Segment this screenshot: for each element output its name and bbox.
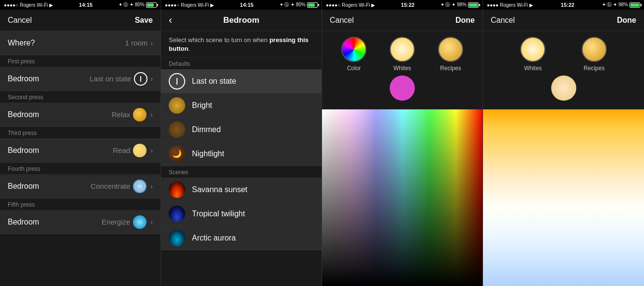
color-tab-whites[interactable]: Whites bbox=[390, 37, 415, 72]
first-press-value: Last on state bbox=[89, 75, 131, 83]
scene-dimmed[interactable]: Dimmed bbox=[161, 118, 322, 142]
first-press-label: Bedroom bbox=[8, 75, 89, 83]
whites-tab-swatch bbox=[520, 37, 545, 62]
whites-tab-recipes[interactable]: Recipes bbox=[582, 37, 607, 72]
whites-tabs: Whites Recipes bbox=[483, 31, 644, 75]
whites-preview-area bbox=[483, 75, 644, 109]
second-press-row[interactable]: Bedroom Relax › bbox=[0, 103, 161, 127]
arctic-icon bbox=[169, 230, 185, 246]
fifth-press-chevron-icon: › bbox=[150, 218, 153, 226]
status-bar-2: ●●●●○ Rogers Wi-Fi ▶ 14:15 ✦ ⓑ ✦ 80% bbox=[161, 0, 322, 10]
indicators-3: ✦ ⓑ ✦ 98% bbox=[440, 1, 479, 8]
nightlight-icon: 🌙 bbox=[169, 146, 185, 162]
bedroom-subtitle: Select which scene to turn on when press… bbox=[161, 31, 322, 58]
panel-whites-picker: ●●●● Rogers Wi-Fi ▶ 15:22 ✦ ⓑ ✦ 98% Canc… bbox=[483, 0, 644, 286]
section-fourth-press: Fourth press bbox=[0, 163, 161, 174]
whites-picker-done-button[interactable]: Done bbox=[617, 16, 636, 25]
whites-picker-cancel-button[interactable]: Cancel bbox=[491, 16, 515, 25]
scene-bright[interactable]: Bright bbox=[161, 93, 322, 118]
scene-nightlight[interactable]: 🌙 Nightlight bbox=[161, 142, 322, 166]
indicators-1: ✦ ⓑ ✦ 80% bbox=[118, 1, 157, 8]
second-press-chevron-icon: › bbox=[150, 111, 153, 119]
recipes-swatch bbox=[438, 37, 463, 62]
bright-icon bbox=[169, 97, 185, 114]
last-on-state-label: Last on state bbox=[192, 77, 236, 86]
savanna-label: Savanna sunset bbox=[192, 185, 248, 194]
nav-bar-1: Cancel Save bbox=[0, 10, 161, 31]
read-icon bbox=[133, 144, 146, 157]
fourth-press-label: Bedroom bbox=[8, 182, 91, 191]
color-swatch bbox=[341, 37, 366, 62]
color-preview-area bbox=[322, 75, 483, 109]
scene-arctic[interactable]: Arctic aurora bbox=[161, 226, 322, 250]
fourth-press-chevron-icon: › bbox=[150, 182, 153, 190]
fifth-press-value: Energize bbox=[102, 218, 130, 226]
panel-settings: ●●●●○ Rogers Wi-Fi ▶ 14:15 ✦ ⓑ ✦ 80% Can… bbox=[0, 0, 161, 286]
status-bar-4: ●●●● Rogers Wi-Fi ▶ 15:22 ✦ ⓑ ✦ 98% bbox=[483, 0, 644, 10]
carrier-1: ●●●●○ Rogers Wi-Fi ▶ bbox=[4, 2, 53, 8]
cancel-button[interactable]: Cancel bbox=[8, 16, 32, 25]
scene-tropical[interactable]: Tropical twilight bbox=[161, 202, 322, 226]
fourth-press-row[interactable]: Bedroom Concentrate › bbox=[0, 174, 161, 198]
bedroom-nav: ‹ Bedroom bbox=[161, 10, 322, 31]
first-press-icon bbox=[134, 72, 147, 86]
whites-tab-label: Whites bbox=[394, 65, 411, 72]
status-bar-1: ●●●●○ Rogers Wi-Fi ▶ 14:15 ✦ ⓑ ✦ 80% bbox=[0, 0, 161, 10]
indicators-2: ✦ ⓑ ✦ 80% bbox=[279, 1, 318, 8]
color-picker-done-button[interactable]: Done bbox=[455, 16, 475, 25]
third-press-label: Bedroom bbox=[8, 146, 113, 155]
color-tab-color[interactable]: Color bbox=[341, 37, 366, 72]
selected-color-preview bbox=[390, 75, 415, 101]
section-third-press: Third press bbox=[0, 127, 161, 138]
third-press-chevron-icon: › bbox=[150, 147, 153, 154]
panel-bedroom: ●●●●○ Rogers Wi-Fi ▶ 14:15 ✦ ⓑ ✦ 80% ‹ B… bbox=[161, 0, 322, 286]
indicators-4: ✦ ⓑ ✦ 98% bbox=[602, 1, 640, 8]
dimmed-label: Dimmed bbox=[192, 125, 221, 134]
arctic-label: Arctic aurora bbox=[192, 234, 236, 242]
last-on-state-icon bbox=[169, 73, 185, 90]
whites-tab-label: Whites bbox=[524, 65, 542, 72]
where-row[interactable]: Where? 1 room › bbox=[0, 31, 161, 55]
color-tab-label: Color bbox=[347, 65, 361, 72]
status-bar-3: ●●●●○ Rogers Wi-Fi ▶ 15:22 ✦ ⓑ ✦ 98% bbox=[322, 0, 483, 10]
color-tab-recipes[interactable]: Recipes bbox=[438, 37, 463, 72]
first-press-row[interactable]: Bedroom Last on state › bbox=[0, 67, 161, 91]
nightlight-label: Nightlight bbox=[192, 150, 224, 158]
color-picker-cancel-button[interactable]: Cancel bbox=[330, 16, 354, 25]
tropical-icon bbox=[169, 206, 185, 222]
back-button[interactable]: ‹ bbox=[169, 14, 172, 27]
section-second-press: Second press bbox=[0, 91, 161, 103]
scene-last-on-state[interactable]: Last on state bbox=[161, 69, 322, 93]
defaults-header: Defaults bbox=[161, 58, 322, 69]
whites-recipes-label: Recipes bbox=[584, 65, 604, 72]
recipes-tab-label: Recipes bbox=[440, 65, 461, 72]
selected-white-preview bbox=[551, 75, 576, 101]
fifth-press-label: Bedroom bbox=[8, 218, 102, 226]
bright-label: Bright bbox=[192, 101, 212, 110]
color-gradient-area[interactable] bbox=[322, 109, 483, 286]
scene-savanna[interactable]: Savanna sunset bbox=[161, 178, 322, 202]
second-press-label: Bedroom bbox=[8, 110, 112, 119]
settings-list: Where? 1 room › First press Bedroom Last… bbox=[0, 31, 161, 286]
section-fifth-press: Fifth press bbox=[0, 198, 161, 210]
concentrate-icon bbox=[133, 180, 146, 193]
third-press-row[interactable]: Bedroom Read › bbox=[0, 138, 161, 163]
second-press-value: Relax bbox=[112, 110, 130, 119]
where-label: Where? bbox=[8, 39, 125, 47]
picker-nav-3: Cancel Done bbox=[322, 10, 483, 31]
whites-tab-whites[interactable]: Whites bbox=[520, 37, 545, 72]
bedroom-title: Bedroom bbox=[223, 15, 260, 25]
relax-icon bbox=[133, 108, 146, 121]
carrier-3: ●●●●○ Rogers Wi-Fi ▶ bbox=[326, 2, 375, 8]
where-value: 1 room bbox=[125, 39, 148, 47]
scene-list: Defaults Last on state Bright Dimmed 🌙 N… bbox=[161, 58, 322, 286]
third-press-value: Read bbox=[113, 146, 130, 154]
time-2: 14:15 bbox=[240, 2, 253, 8]
dimmed-icon bbox=[169, 121, 185, 138]
time-1: 14:15 bbox=[79, 2, 92, 8]
whites-swatch bbox=[390, 37, 415, 62]
picker-nav-4: Cancel Done bbox=[483, 10, 644, 31]
fifth-press-row[interactable]: Bedroom Energize › bbox=[0, 210, 161, 234]
save-button[interactable]: Save bbox=[135, 16, 153, 25]
whites-gradient-area[interactable] bbox=[483, 109, 644, 286]
